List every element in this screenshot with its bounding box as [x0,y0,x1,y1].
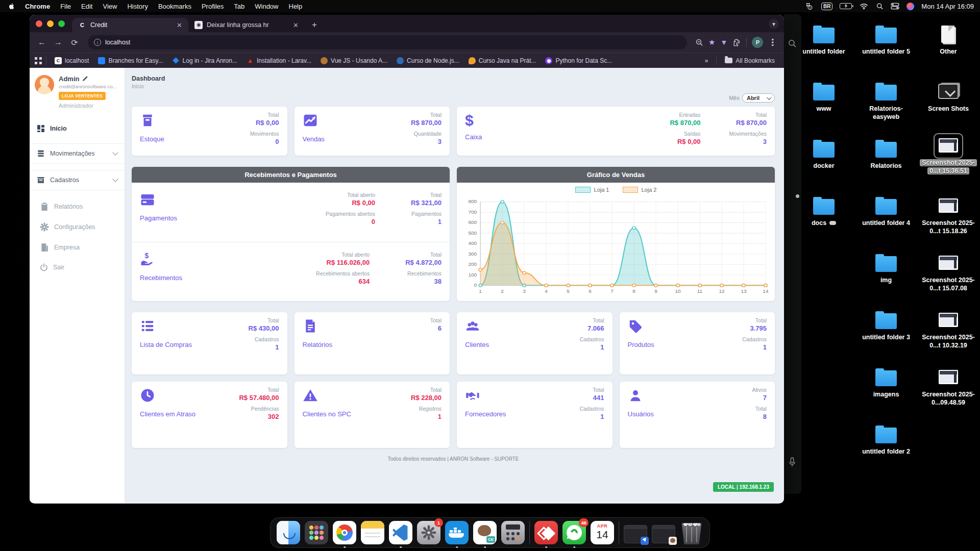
card-usuarios[interactable]: Usuários Ativos7 Total8 [620,382,775,448]
tab-search-button[interactable]: ▼ [769,19,779,29]
pagamentos-row[interactable]: Pagamentos Total abertoR$ 0,00 Pagamento… [132,183,450,242]
sidebar-item-configuracoes[interactable]: Configurações [30,217,125,237]
tab-chatgpt[interactable]: ✳ Deixar linha grossa hr ✕ [188,18,305,32]
tab-credit[interactable]: C Credit ✕ [72,18,188,32]
bookmark-python[interactable]: ◉Python for Data Sc... [541,56,616,66]
back-button[interactable]: ← [35,35,49,49]
desktop-folder[interactable]: Relatorios [856,139,916,170]
desktop-folder[interactable]: img [856,253,916,284]
desktop-folder-screenshots[interactable]: Screen Shots [919,82,978,113]
dock-notes[interactable] [361,521,384,544]
menu-bar-clock[interactable]: Mon 14 Apr 16:09 [921,3,974,10]
all-bookmarks-button[interactable]: All Bookmarks [721,56,779,66]
menu-app-name[interactable]: Chrome [20,0,55,12]
desktop-screenshot[interactable]: Screenshot 2025-0...t 15.18.26 [919,196,978,236]
desktop-screenshot[interactable]: Screenshot 2025-0...t 15.07.08 [919,253,978,293]
desktop-screenshot[interactable]: Screenshot 2025-0...t 10.32.19 [919,310,978,350]
card-caixa[interactable]: $ Caixa EntradasR$ 870,00 SaídasR$ 0,00 … [457,107,775,156]
menu-window[interactable]: Window [250,0,283,12]
recebimentos-row[interactable]: $ Recebimentos Total abertoR$ 116.026,00… [132,242,450,301]
card-clientes-atraso[interactable]: Clientes em Atraso TotalR$ 57.480,00 Pen… [132,382,287,448]
dock-calendar[interactable]: APR 14 [591,521,614,544]
menu-help[interactable]: Help [284,0,307,12]
menu-profiles[interactable]: Profiles [197,0,228,12]
reload-button[interactable]: ⟳ [67,35,82,49]
bookmark-localhost[interactable]: Clocalhost [51,56,93,66]
desktop-folder[interactable]: untitled folder 2 [856,424,916,456]
sidebar-item-movimentacoes[interactable]: Movimentações [30,143,125,164]
dock-minimized-window-2[interactable] [652,525,675,543]
dock-launchpad[interactable] [305,521,328,544]
wifi-icon[interactable] [859,3,869,10]
card-clientes-spc[interactable]: Clientes no SPC TotalR$ 228,00 Registros… [295,382,450,448]
card-relatorios[interactable]: Relatórios Total6 [295,312,450,374]
edit-profile-icon[interactable] [82,76,88,82]
site-info-icon[interactable]: i [94,39,101,46]
menu-edit[interactable]: Edit [77,0,97,12]
sales-line-chart[interactable]: 0100200300400500600700800123456789101112… [462,197,770,297]
desktop-folder[interactable]: untitled folder 5 [856,24,916,56]
desktop-screenshot-selected[interactable]: Screenshot 2025-0...t 15.36.51 [919,136,978,176]
desktop-file-other[interactable]: Other [919,24,978,56]
menu-bookmarks[interactable]: Bookmarks [154,0,196,12]
close-window-button[interactable] [36,20,42,27]
sidebar-item-relatorios[interactable]: Relatórios [30,196,125,217]
control-center-icon[interactable] [891,3,899,10]
user-avatar[interactable] [35,75,54,94]
dock-whatsapp[interactable]: 46 [562,521,586,544]
desktop-folder[interactable]: docker [794,139,853,170]
desktop-folder[interactable]: imagens [856,367,916,398]
find-in-page-icon[interactable] [695,38,703,46]
dock-red-diamond-app[interactable] [534,521,558,544]
dock-vscode[interactable] [389,521,412,544]
card-estoque[interactable]: Estoque TotalR$ 0,00 Movimentos0 [132,107,287,156]
menu-file[interactable]: File [56,0,76,12]
dock-trash[interactable] [680,521,703,544]
input-source-indicator[interactable]: BR [821,3,832,10]
desktop-folder[interactable]: Relatorios-easyweb [856,82,916,121]
dock-calculator[interactable] [501,521,525,544]
menu-view[interactable]: View [98,0,121,12]
streamdeck-status-icon[interactable] [805,3,814,10]
dock-dbeaver[interactable] [473,521,497,544]
dock-minimized-window-1[interactable] [624,525,647,543]
bookmark-star-icon[interactable]: ★ [708,38,715,47]
sidebar-item-inicio[interactable]: Início [30,119,125,138]
dock-system-settings[interactable]: 1 [417,521,440,544]
bookmark-bitbucket[interactable]: Branches for Easy... [94,56,167,66]
bookmarks-overflow-button[interactable]: » [701,56,713,66]
close-tab-icon[interactable]: ✕ [292,21,300,29]
vue-devtools-icon[interactable]: ▼ [720,38,727,46]
dock-finder[interactable] [277,521,300,544]
month-select[interactable]: Abril [742,93,775,103]
card-produtos[interactable]: Produtos Total3.795 Cadastros1 [620,312,775,374]
bookmark-nodejs[interactable]: Curso de Node.js... [393,56,463,66]
close-tab-icon[interactable]: ✕ [176,21,183,29]
profile-avatar[interactable]: P [752,37,763,48]
bookmark-laravel[interactable]: ▲Installation - Larav... [242,56,315,66]
bookmark-java[interactable]: Curso Java na Prát... [464,56,541,66]
desktop-folder[interactable]: docs [794,196,853,227]
card-clientes[interactable]: Clientes Total7.066 Cadastros1 [457,312,612,374]
chrome-menu-icon[interactable]: ••• [769,38,776,47]
sidebar-item-sair[interactable]: Sair [30,258,125,277]
zoom-window-button[interactable] [58,20,65,27]
dock-chrome[interactable] [333,521,356,544]
menu-tab[interactable]: Tab [229,0,249,12]
card-fornecedores[interactable]: Fornecedores Total441 Cadastros1 [457,382,612,448]
sidebar-item-cadastros[interactable]: Cadastros [30,170,125,190]
new-tab-button[interactable]: + [305,20,324,32]
minimize-window-button[interactable] [47,20,54,27]
spotlight-search-icon[interactable] [876,3,884,10]
desktop-folder[interactable]: untitled folder 4 [856,196,916,227]
menu-history[interactable]: History [122,0,152,12]
bookmark-vuejs[interactable]: Vue JS - Usando A... [316,56,391,66]
desktop-screenshot[interactable]: Screenshot 2025-0...09.48.59 [919,367,978,407]
forward-button[interactable]: → [51,35,65,49]
desktop-folder[interactable]: www [794,82,853,113]
dock-docker[interactable] [445,521,469,544]
card-lista-compras[interactable]: Lista de Compras TotalR$ 430,00 Cadastro… [132,312,287,374]
siri-icon[interactable] [906,3,914,10]
bookmark-jira[interactable]: Log in - Jira Anron... [168,56,241,66]
address-bar[interactable]: i localhost [88,35,687,49]
